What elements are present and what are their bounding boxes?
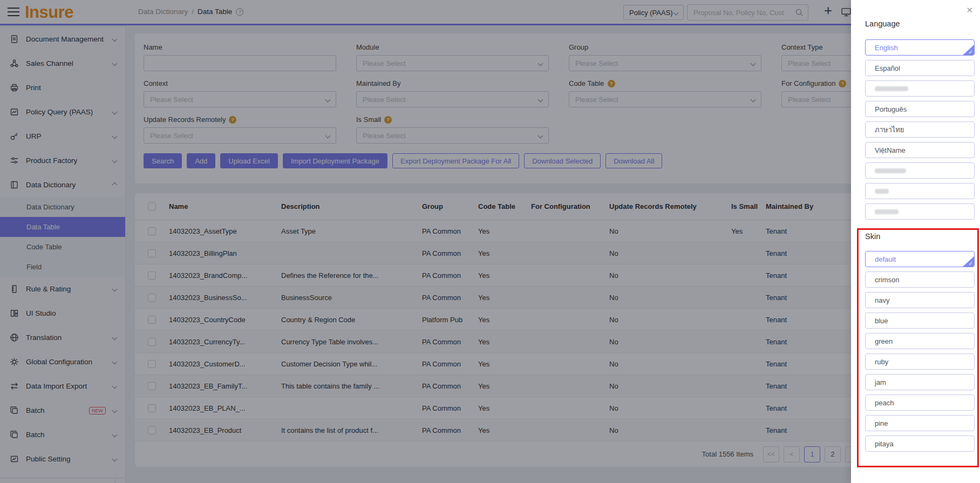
unrendered-text: [875, 168, 906, 173]
language-option-vi-tname[interactable]: ViệtName: [865, 142, 975, 158]
language-option-english[interactable]: English✓: [865, 39, 975, 56]
language-option-label: ViệtName: [875, 146, 906, 154]
language-option-label: English: [875, 44, 898, 52]
language-option-placeholder-8[interactable]: [865, 203, 975, 220]
language-option-label: Português: [875, 105, 907, 113]
language-section-title: Language: [865, 19, 975, 28]
drawer-mask[interactable]: [0, 0, 980, 483]
check-icon: ✓: [969, 49, 973, 55]
app-window: Insure Data Dictionary / Data Table ? Po…: [0, 0, 980, 483]
unrendered-text: [875, 86, 908, 91]
language-option-label: Español: [875, 64, 900, 72]
language-option-placeholder-7[interactable]: [865, 183, 975, 199]
unrendered-text: [875, 189, 889, 194]
language-option-portugu-s[interactable]: Português: [865, 101, 975, 117]
language-option-placeholder-6[interactable]: [865, 162, 975, 179]
close-icon[interactable]: ✕: [966, 5, 973, 15]
language-option-[interactable]: ภาษาไทย: [865, 121, 975, 138]
language-section: Language English✓EspañolPortuguêsภาษาไทย…: [865, 19, 975, 220]
language-option-label: ภาษาไทย: [875, 124, 904, 135]
language-option-placeholder-2[interactable]: [865, 80, 975, 97]
language-option-espa-ol[interactable]: Español: [865, 60, 975, 76]
unrendered-text: [875, 209, 899, 214]
annotation-highlight: [857, 228, 979, 467]
